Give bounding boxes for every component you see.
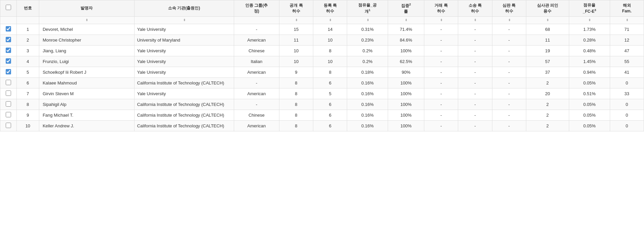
row-reg: 14 (313, 24, 347, 35)
sort-inventor-col[interactable]: ⇕ (39, 16, 135, 24)
row-checkbox-cell[interactable] (0, 45, 17, 56)
row-checkbox[interactable] (6, 90, 11, 96)
row-checkbox[interactable] (6, 37, 11, 42)
header-row: 번호 발명자 소속 기관(출원인) 인종 그룹(추정) 공개 특허수 등록 특허… (0, 0, 644, 17)
row-checkbox[interactable] (6, 80, 11, 85)
sort-focus-col[interactable]: ⇕ (388, 16, 424, 24)
row-judge: - (492, 120, 526, 131)
row-checkbox[interactable] (6, 101, 11, 107)
row-share-fce: 1.73% (569, 24, 610, 35)
row-overseas: 12 (610, 35, 644, 45)
sort-share-fce-col[interactable]: ⇕ (569, 16, 610, 24)
row-inventor: Frunzio, Luigi (39, 56, 135, 67)
row-examiner: 11 (526, 35, 569, 45)
row-checkbox-cell[interactable] (0, 35, 17, 45)
sort-examiner-col[interactable]: ⇕ (526, 16, 569, 24)
select-all-header[interactable] (0, 0, 17, 17)
row-trade: - (424, 99, 458, 110)
row-reg: 10 (313, 35, 347, 45)
row-pub: 10 (279, 45, 313, 56)
row-org: Yale University (134, 67, 234, 77)
row-trade: - (424, 24, 458, 35)
row-share-pub: 0.16% (347, 88, 388, 99)
row-judge: - (492, 99, 526, 110)
row-examiner: 68 (526, 24, 569, 35)
row-focus: 90% (388, 67, 424, 77)
col-header-share-fce: 점유율_FC-E3 (569, 0, 610, 17)
row-reg: 6 (313, 110, 347, 120)
sort-trade-col[interactable]: ⇕ (424, 16, 458, 24)
row-checkbox-cell[interactable] (0, 120, 17, 131)
sort-org-col[interactable]: ⇕ (134, 16, 234, 24)
sort-row: ⇕ ⇕ ⇕ ⇕ ⇕ ⇕ ⇕ ⇕ ⇕ ⇕ ⇕ ⇕ (0, 16, 644, 24)
row-ethnicity: American (234, 120, 279, 131)
row-checkbox[interactable] (6, 58, 11, 64)
sort-no-col (16, 16, 39, 24)
row-org: California Institute of Technology (CALT… (134, 120, 234, 131)
sort-share-pub-col[interactable]: ⇕ (347, 16, 388, 24)
row-checkbox[interactable] (6, 69, 11, 74)
row-checkbox-cell[interactable] (0, 99, 17, 110)
row-pub: 10 (279, 56, 313, 67)
sort-reg-col[interactable]: ⇕ (313, 16, 347, 24)
row-judge: - (492, 110, 526, 120)
sort-ethnicity-col (234, 16, 279, 24)
row-lit: - (458, 56, 492, 67)
sort-lit-col[interactable]: ⇕ (458, 16, 492, 24)
row-share-pub: 0.18% (347, 67, 388, 77)
col-header-overseas: 해외Fam. (610, 0, 644, 17)
row-checkbox-cell[interactable] (0, 56, 17, 67)
row-share-pub: 0.2% (347, 56, 388, 67)
select-all-checkbox[interactable] (6, 5, 11, 10)
table-row: 7Girvin Steven MYale UniversityAmerican8… (0, 88, 644, 99)
row-checkbox[interactable] (6, 123, 11, 128)
row-judge: - (492, 56, 526, 67)
sort-pub-col[interactable]: ⇕ (279, 16, 313, 24)
row-ethnicity: American (234, 88, 279, 99)
col-header-examiner: 심사관 피인용수 (526, 0, 569, 17)
row-inventor: Fang Michael T. (39, 110, 135, 120)
row-org: Yale University (134, 88, 234, 99)
row-checkbox-cell[interactable] (0, 67, 17, 77)
row-examiner: 19 (526, 45, 569, 56)
row-checkbox[interactable] (6, 112, 11, 117)
row-share-pub: 0.23% (347, 35, 388, 45)
row-checkbox-cell[interactable] (0, 110, 17, 120)
sort-checkbox-col (0, 16, 17, 24)
row-share-fce: 0.28% (569, 35, 610, 45)
row-ethnicity: - (234, 24, 279, 35)
row-org: Yale University (134, 56, 234, 67)
row-no: 1 (16, 24, 39, 35)
sort-overseas-col[interactable]: ⇕ (610, 16, 644, 24)
row-focus: 100% (388, 77, 424, 88)
row-judge: - (492, 24, 526, 35)
row-checkbox-cell[interactable] (0, 88, 17, 99)
row-pub: 8 (279, 110, 313, 120)
row-examiner: 57 (526, 56, 569, 67)
row-share-fce: 0.05% (569, 110, 610, 120)
col-header-inventor: 발명자 (39, 0, 135, 17)
row-share-fce: 0.05% (569, 77, 610, 88)
table-row: 5Schoelkopf Iii Robert JYale UniversityA… (0, 67, 644, 77)
row-inventor: Girvin Steven M (39, 88, 135, 99)
row-share-fce: 0.94% (569, 67, 610, 77)
row-trade: - (424, 120, 458, 131)
main-table-wrapper: 번호 발명자 소속 기관(출원인) 인종 그룹(추정) 공개 특허수 등록 특허… (0, 0, 644, 131)
row-ethnicity: Chinese (234, 45, 279, 56)
row-checkbox[interactable] (6, 48, 11, 53)
row-share-fce: 1.45% (569, 56, 610, 67)
row-checkbox-cell[interactable] (0, 77, 17, 88)
row-judge: - (492, 35, 526, 45)
row-checkbox-cell[interactable] (0, 24, 17, 35)
sort-judge-col[interactable]: ⇕ (492, 16, 526, 24)
col-header-lit: 소송 특허수 (458, 0, 492, 17)
row-overseas: 0 (610, 120, 644, 131)
row-focus: 100% (388, 120, 424, 131)
row-focus: 100% (388, 99, 424, 110)
row-inventor: Schoelkopf Iii Robert J (39, 67, 135, 77)
row-ethnicity: American (234, 67, 279, 77)
col-header-ethnicity: 인종 그룹(추정) (234, 0, 279, 17)
row-checkbox[interactable] (6, 26, 11, 32)
col-header-judge: 심판 특허수 (492, 0, 526, 17)
row-lit: - (458, 120, 492, 131)
